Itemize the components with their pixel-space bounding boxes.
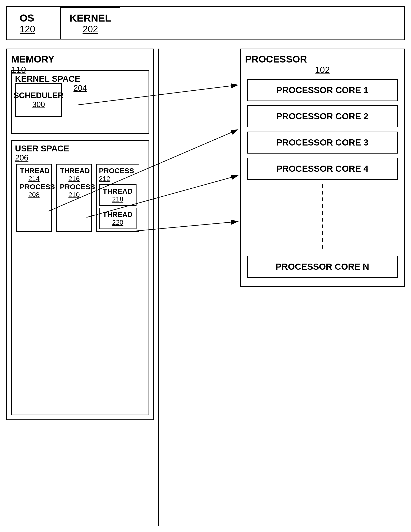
processor-core-1: PROCESSOR CORE 1 bbox=[247, 79, 398, 101]
user-space-box: USER SPACE 206 THREAD 214 PROCESS 208 TH… bbox=[11, 140, 149, 415]
thread4-number: 220 bbox=[103, 218, 133, 226]
processor-box: PROCESSOR 102 PROCESSOR CORE 1 PROCESSOR… bbox=[240, 48, 405, 287]
process212-box: PROCESS 212 THREAD 218 THREAD 220 bbox=[96, 164, 139, 232]
thread3-number: 218 bbox=[103, 195, 133, 203]
core2-label: PROCESSOR CORE 2 bbox=[276, 111, 368, 121]
core3-label: PROCESSOR CORE 3 bbox=[276, 137, 368, 147]
kernel-label: KERNEL bbox=[69, 12, 111, 24]
scheduler-box: SCHEDULER 300 bbox=[15, 83, 62, 117]
os-section: OS 120 bbox=[20, 12, 35, 34]
scheduler-title: SCHEDULER bbox=[14, 91, 64, 100]
thread3-label: THREAD bbox=[103, 187, 133, 195]
user-items: THREAD 214 PROCESS 208 THREAD 216 PROCES… bbox=[16, 164, 146, 232]
dashed-vertical-line bbox=[322, 184, 323, 252]
thread4-label: THREAD bbox=[103, 210, 133, 218]
thread1-label: THREAD bbox=[20, 167, 50, 175]
center-divider bbox=[158, 48, 159, 526]
main-area: MEMORY 110 KERNEL SPACE 204 SCHEDULER 30… bbox=[6, 48, 405, 526]
thread2-label: THREAD bbox=[60, 167, 90, 175]
kernel-box: KERNEL 202 bbox=[60, 7, 120, 39]
diagram: OS 120 KERNEL 202 MEMORY 110 KERNEL SPAC… bbox=[0, 0, 411, 532]
col1-box: THREAD 214 PROCESS 208 bbox=[16, 164, 52, 232]
processor-number: 102 bbox=[245, 65, 400, 75]
process3-number: 212 bbox=[99, 175, 137, 183]
kernel-space-title: KERNEL SPACE bbox=[15, 74, 80, 83]
thread1-number: 214 bbox=[20, 175, 48, 183]
processor-title: PROCESSOR bbox=[245, 54, 307, 65]
memory-title: MEMORY bbox=[11, 54, 55, 65]
process1-number: 208 bbox=[20, 191, 48, 199]
thread2-number: 216 bbox=[60, 175, 88, 183]
kernel-number: 202 bbox=[69, 24, 111, 34]
memory-box: MEMORY 110 KERNEL SPACE 204 SCHEDULER 30… bbox=[6, 48, 154, 420]
thread4-box: THREAD 220 bbox=[99, 208, 137, 229]
header-box: OS 120 KERNEL 202 bbox=[6, 6, 405, 40]
os-label: OS bbox=[20, 12, 34, 24]
processor-core-3: PROCESSOR CORE 3 bbox=[247, 132, 398, 153]
col2-box: THREAD 216 PROCESS 210 bbox=[56, 164, 92, 232]
user-space-number: 206 bbox=[15, 153, 145, 162]
process3-label: PROCESS bbox=[99, 167, 134, 175]
processor-core-4: PROCESSOR CORE 4 bbox=[247, 158, 398, 180]
dashed-line-section bbox=[245, 184, 400, 252]
core4-label: PROCESSOR CORE 4 bbox=[276, 164, 368, 174]
coreN-label: PROCESSOR CORE N bbox=[275, 262, 369, 272]
os-number: 120 bbox=[20, 24, 35, 34]
scheduler-number: 300 bbox=[32, 100, 45, 109]
process2-label: PROCESS bbox=[60, 183, 95, 191]
processor-core-n: PROCESSOR CORE N bbox=[247, 256, 398, 278]
user-space-title: USER SPACE bbox=[15, 144, 69, 153]
core1-label: PROCESSOR CORE 1 bbox=[276, 85, 368, 95]
process1-label: PROCESS bbox=[20, 183, 55, 191]
processor-core-2: PROCESSOR CORE 2 bbox=[247, 105, 398, 127]
process2-number: 210 bbox=[60, 191, 88, 199]
thread3-box: THREAD 218 bbox=[99, 184, 137, 206]
